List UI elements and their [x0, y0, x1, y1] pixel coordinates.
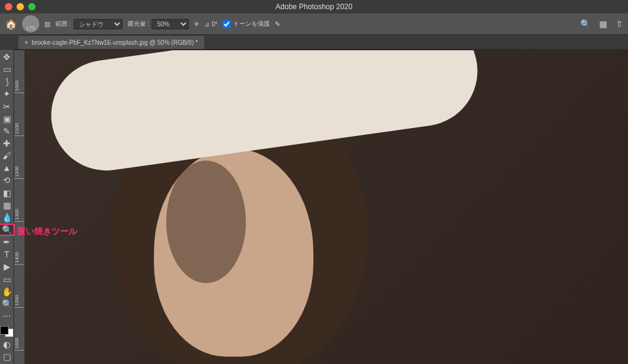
brush-tool[interactable]: 🖌 [0, 151, 13, 161]
ruler-tick: 1300 [14, 179, 25, 222]
frame-tool[interactable]: ▣ [0, 114, 13, 124]
range-select[interactable]: シャドウ [74, 19, 123, 29]
crop-tool[interactable]: ✂ [0, 102, 13, 112]
document-tab[interactable]: × brooke-cagle-PbF_KzTNw1E-unsplash.jpg … [18, 35, 204, 49]
app-title: Adobe Photoshop 2020 [275, 2, 352, 11]
protect-tones-label: トーンを保護 [233, 20, 270, 28]
type-tool[interactable]: T [0, 249, 13, 259]
share-icon[interactable]: ⇧ [616, 19, 623, 29]
tool-tooltip: 覆い焼きツール [17, 226, 77, 237]
lasso-tool[interactable]: ⟆ [0, 77, 13, 86]
quick-select-tool[interactable]: ✦ [0, 89, 13, 99]
zoom-tool[interactable]: 🔍 [0, 299, 13, 309]
angle-icon: ⊿ [204, 21, 209, 28]
ruler-tick: 1500 [14, 265, 25, 308]
eraser-tool[interactable]: ◧ [0, 188, 13, 198]
close-tab-icon[interactable]: × [25, 39, 28, 46]
brush-preset-picker[interactable]: 175 [22, 15, 39, 32]
quickmask-tool[interactable]: ◐ [0, 339, 13, 349]
blur-tool[interactable]: 💧 [0, 213, 13, 222]
canvas[interactable] [25, 50, 628, 364]
pressure-icon[interactable]: ✎ [275, 20, 280, 28]
brush-settings-icon[interactable]: ▥ [44, 20, 50, 28]
move-tool[interactable]: ✥ [0, 52, 13, 62]
options-bar: 🏠 175 ▥ 範囲 : シャドウ 露光量 : 50% ✈ ⊿ 0° トーンを保… [0, 13, 628, 35]
edit-toolbar[interactable]: ⋯ [0, 311, 13, 321]
exposure-select[interactable]: 50% [151, 19, 189, 29]
close-window-button[interactable] [5, 3, 12, 10]
healing-tool[interactable]: ✚ [0, 138, 13, 148]
eyedropper-tool[interactable]: ✎ [0, 126, 13, 136]
ruler-tick: 1600 [14, 308, 25, 351]
toolbox: ✥ ▭ ⟆ ✦ ✂ ▣ ✎ ✚ 🖌 ▲ ⟲ ◧ ▦ 💧 🔍覆い焼きツール ✒ T… [0, 50, 14, 364]
title-bar: Adobe Photoshop 2020 [0, 0, 628, 13]
maximize-window-button[interactable] [28, 3, 36, 10]
ruler-tick: 1700 [14, 351, 25, 364]
document-tabs: × brooke-cagle-PbF_KzTNw1E-unsplash.jpg … [0, 35, 628, 50]
home-icon[interactable]: 🏠 [5, 18, 17, 30]
angle-value: 0° [212, 21, 218, 28]
workspace-icon[interactable]: ▦ [599, 19, 607, 29]
brush-size-value: 175 [26, 25, 35, 31]
document-tab-label: brooke-cagle-PbF_KzTNw1E-unsplash.jpg @ … [32, 39, 198, 46]
shape-tool[interactable]: ▭ [0, 275, 13, 284]
hand-tool[interactable]: ✋ [0, 287, 13, 297]
path-select-tool[interactable]: ▶ [0, 262, 13, 271]
protect-tones-checkbox[interactable] [223, 20, 231, 28]
ruler-tick: 1200 [14, 136, 25, 179]
gradient-tool[interactable]: ▦ [0, 200, 13, 210]
search-icon[interactable]: 🔍 [580, 19, 591, 29]
color-swatches[interactable] [0, 326, 13, 337]
range-label: 範囲 : [55, 20, 71, 28]
exposure-label: 露光量 : [128, 20, 150, 28]
marquee-tool[interactable]: ▭ [0, 64, 13, 74]
ruler-tick: 1000 [14, 50, 25, 93]
pen-tool[interactable]: ✒ [0, 237, 13, 247]
history-brush-tool[interactable]: ⟲ [0, 175, 13, 185]
ruler-vertical[interactable]: 1000110012001300140015001600170018001900… [14, 50, 25, 364]
stamp-tool[interactable]: ▲ [0, 163, 13, 173]
airbrush-icon[interactable]: ✈ [194, 20, 199, 28]
screenmode-tool[interactable]: ▢ [0, 352, 13, 362]
dodge-tool[interactable]: 🔍覆い焼きツール [0, 225, 13, 235]
ruler-tick: 1100 [14, 93, 25, 136]
minimize-window-button[interactable] [17, 3, 24, 10]
